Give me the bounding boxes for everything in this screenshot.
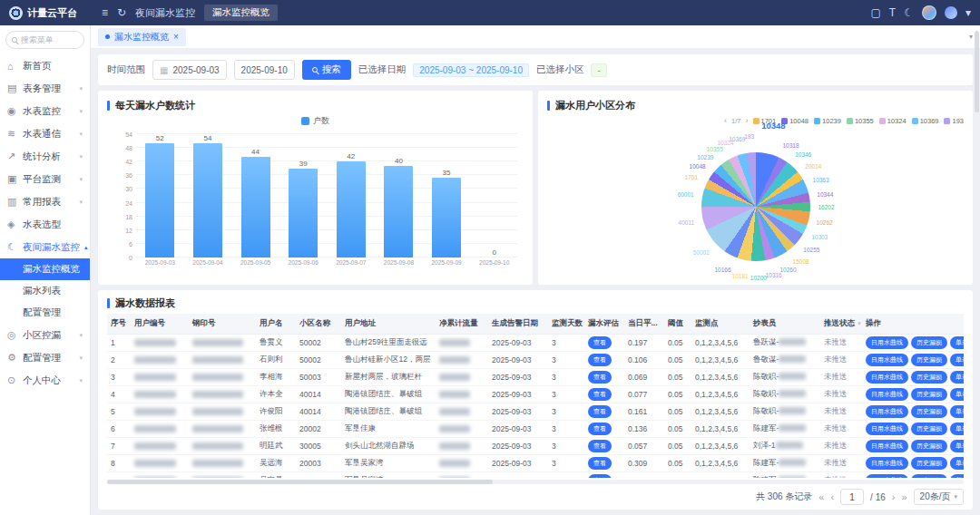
view-button[interactable]: 查看 bbox=[588, 440, 612, 452]
sidebar-subitem[interactable]: 漏水监控概览 bbox=[0, 258, 90, 280]
cell-no: 3 bbox=[107, 368, 131, 385]
redacted-blur bbox=[192, 460, 243, 467]
sidebar-item[interactable]: ≋水表通信▾ bbox=[0, 122, 90, 145]
redacted-blur bbox=[439, 374, 470, 381]
cell-assess: 查看 bbox=[584, 385, 624, 403]
sidebar-subitem[interactable]: 配置管理 bbox=[0, 302, 90, 324]
sidebar-item[interactable]: ◎小区控漏▾ bbox=[0, 324, 90, 346]
sidebar-item[interactable]: ☾夜间漏水监控▴ bbox=[0, 236, 90, 258]
theme-toggle-icon[interactable]: ☾ bbox=[904, 6, 914, 19]
legend-item[interactable]: 10355 bbox=[847, 117, 874, 125]
row-action-button[interactable]: 日用水曲线 bbox=[866, 405, 908, 418]
row-action-button[interactable]: 单表分析 bbox=[950, 440, 964, 452]
scrollbar-thumb[interactable] bbox=[107, 480, 493, 484]
redacted-blur bbox=[192, 391, 243, 398]
first-page-button[interactable]: « bbox=[818, 491, 824, 502]
table-scroll-area[interactable]: 序号用户编号钢印号用户名小区名称用户地址净累计流量生成告警日期监测天数漏水评估当… bbox=[107, 314, 964, 478]
view-button[interactable]: 查看 bbox=[588, 354, 612, 366]
legend-item[interactable]: 10239 bbox=[814, 117, 841, 125]
sidebar-item[interactable]: ▤表务管理▾ bbox=[0, 77, 90, 100]
bar-chart-legend[interactable]: 户数 bbox=[107, 114, 524, 127]
column-header-push: 推送状态▼ bbox=[820, 314, 862, 334]
row-action-button[interactable]: 日用水曲线 bbox=[866, 388, 908, 401]
row-action-button[interactable]: 单表分析 bbox=[950, 423, 964, 435]
sidebar-item[interactable]: ⌂新首页 bbox=[0, 54, 90, 77]
sidebar-subitem[interactable]: 漏水列表 bbox=[0, 280, 90, 302]
view-button[interactable]: 查看 bbox=[588, 474, 612, 479]
legend-item[interactable]: 193 bbox=[944, 117, 964, 125]
sidebar-item[interactable]: ⚙配置管理▾ bbox=[0, 346, 90, 369]
sidebar-item[interactable]: ◉水表监控▾ bbox=[0, 100, 90, 122]
row-action-button[interactable]: 历史漏损 bbox=[911, 388, 947, 401]
sidebar-item[interactable]: ▣平台监测▾ bbox=[0, 168, 90, 190]
menu-search-input[interactable]: 搜索菜单 bbox=[5, 31, 84, 49]
close-icon[interactable]: × bbox=[173, 32, 179, 42]
sidebar-item[interactable]: ⊙个人中心▾ bbox=[0, 369, 90, 392]
row-action-button[interactable]: 单表分析 bbox=[950, 474, 964, 479]
cell-no: 6 bbox=[107, 420, 131, 437]
fullscreen-icon[interactable]: ▢ bbox=[871, 6, 881, 19]
redacted-blur bbox=[134, 391, 176, 398]
avatar[interactable] bbox=[922, 5, 936, 20]
legend-item[interactable]: 10369 bbox=[912, 117, 939, 125]
page-size-select[interactable]: 20条/页 ▾ bbox=[914, 489, 964, 505]
legend-next-icon[interactable]: › bbox=[746, 116, 749, 125]
row-action-button[interactable]: 日用水曲线 bbox=[866, 336, 908, 349]
view-button[interactable]: 查看 bbox=[588, 336, 612, 349]
chevron-down-icon: ▾ bbox=[79, 153, 83, 160]
row-action-button[interactable]: 日用水曲线 bbox=[866, 474, 908, 479]
push-status: 未推送 bbox=[824, 355, 848, 364]
row-action-button[interactable]: 日用水曲线 bbox=[866, 457, 908, 470]
row-action-button[interactable]: 单表分析 bbox=[950, 354, 964, 366]
prev-page-button[interactable]: ‹ bbox=[830, 491, 834, 502]
tab-leak-overview[interactable]: 漏水监控概览 × bbox=[98, 28, 186, 46]
row-action-button[interactable]: 单表分析 bbox=[950, 457, 964, 470]
refresh-icon[interactable]: ↻ bbox=[117, 6, 126, 19]
sidebar-item[interactable]: ↗统计分析▾ bbox=[0, 145, 90, 168]
view-button[interactable]: 查看 bbox=[588, 388, 612, 401]
view-button[interactable]: 查看 bbox=[588, 405, 612, 418]
row-action-button[interactable]: 日用水曲线 bbox=[866, 371, 908, 384]
filter-icon[interactable]: ▼ bbox=[857, 321, 862, 326]
row-action-button[interactable]: 历史漏损 bbox=[911, 405, 947, 418]
legend-item[interactable]: 10324 bbox=[879, 117, 906, 125]
hamburger-icon[interactable]: ≡ bbox=[102, 6, 108, 19]
last-page-button[interactable]: » bbox=[901, 491, 906, 502]
row-action-button[interactable]: 日用水曲线 bbox=[866, 354, 908, 366]
row-action-button[interactable]: 历史漏损 bbox=[911, 354, 947, 366]
page-input[interactable] bbox=[840, 489, 864, 505]
row-action-button[interactable]: 历史漏损 bbox=[911, 423, 947, 435]
badge-icon[interactable] bbox=[945, 6, 957, 19]
sidebar-item[interactable]: ▥常用报表▾ bbox=[0, 190, 90, 213]
cell-area: 20002 bbox=[296, 420, 341, 437]
meter-management-icon: ▤ bbox=[7, 83, 18, 94]
view-button[interactable]: 查看 bbox=[588, 423, 612, 435]
row-action-button[interactable]: 单表分析 bbox=[950, 371, 964, 384]
start-date-input[interactable]: ▦ 2025-09-03 bbox=[152, 60, 227, 80]
row-action-button[interactable]: 单表分析 bbox=[950, 405, 964, 418]
horizontal-scrollbar[interactable] bbox=[107, 480, 964, 484]
tabbar-collapse-icon[interactable]: ▾ bbox=[969, 33, 973, 41]
row-action-button[interactable]: 历史漏损 bbox=[911, 371, 947, 384]
row-action-button[interactable]: 历史漏损 bbox=[911, 440, 947, 452]
row-action-button[interactable]: 历史漏损 bbox=[911, 457, 947, 470]
font-size-icon[interactable]: T bbox=[889, 6, 896, 19]
legend-item[interactable]: 10048 bbox=[781, 117, 808, 125]
next-page-button[interactable]: › bbox=[892, 491, 896, 502]
sidebar-item[interactable]: ◈水表选型 bbox=[0, 213, 90, 236]
legend-prev-icon[interactable]: ‹ bbox=[724, 116, 727, 125]
chevron-down-icon[interactable]: ▾ bbox=[965, 6, 971, 19]
row-action-button[interactable]: 历史漏损 bbox=[911, 474, 947, 479]
end-date-input[interactable]: 2025-09-10 bbox=[234, 60, 295, 80]
cell-user_no bbox=[131, 334, 189, 351]
row-action-button[interactable]: 单表分析 bbox=[950, 336, 964, 349]
view-button[interactable]: 查看 bbox=[588, 371, 612, 384]
row-action-button[interactable]: 日用水曲线 bbox=[866, 440, 908, 452]
row-action-button[interactable]: 历史漏损 bbox=[911, 336, 947, 349]
bar-column: 39 bbox=[285, 134, 321, 258]
search-button[interactable]: 搜索 bbox=[302, 60, 351, 80]
row-action-button[interactable]: 单表分析 bbox=[950, 388, 964, 401]
vertical-scrollbar[interactable] bbox=[975, 31, 979, 112]
row-action-button[interactable]: 日用水曲线 bbox=[866, 423, 908, 435]
view-button[interactable]: 查看 bbox=[588, 457, 612, 470]
